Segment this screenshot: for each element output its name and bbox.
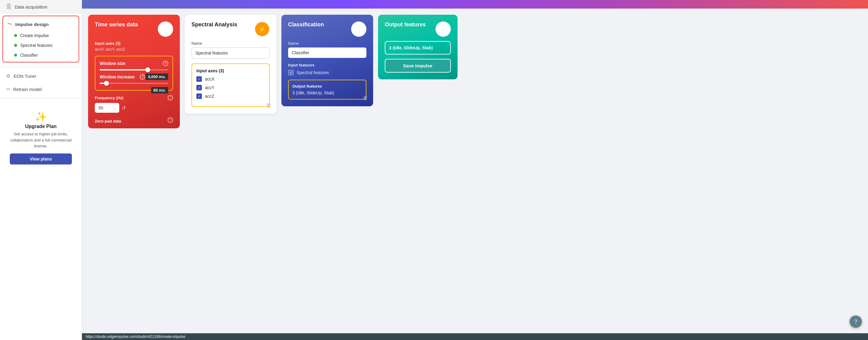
upgrade-desc: Get access to higher job limits, collabo… (10, 131, 72, 149)
window-size-slider-fill (100, 69, 148, 70)
output-value: 3 (Idle, SlideUp, Stab) (389, 45, 433, 50)
accz-label: accZ (205, 94, 214, 98)
output-card: Output features ✔ 3 (Idle, SlideUp, Stab… (378, 15, 458, 79)
pulse-icon: 〜 (7, 21, 12, 28)
window-size-row: Window size ? (100, 61, 168, 66)
sidebar-data-acquisition-label: Data acquisition (15, 4, 48, 9)
cards-area: Time series data 🗄 Input axes (3) accX, … (82, 8, 868, 333)
sidebar-item-eon-tuner[interactable]: ⚙ EON Tuner (0, 69, 82, 83)
accx-label: accX (205, 77, 214, 82)
sidebar-classifier-label: Classifier (20, 53, 38, 58)
spectral-title: Spectral Analysis (191, 22, 237, 28)
database-icon: 🗄 (6, 4, 11, 10)
sidebar-create-impulse-label: Create impulse (20, 33, 49, 38)
spectral-axes-label: Input axes (3) (196, 68, 265, 73)
spectral-axes-box: Input axes (3) ✓ accX ✓ accY ✓ accZ (191, 63, 270, 107)
window-increase-row: Window increase ? (100, 74, 145, 80)
upgrade-icon: ✨ (10, 111, 72, 122)
lightning-icon: ⚡ (255, 22, 269, 36)
zero-pad-row: Zero-pad data ? (95, 116, 173, 123)
window-size-help-icon[interactable]: ? (163, 61, 168, 66)
sidebar-item-impulse-design[interactable]: 〜 Impulse design (3, 18, 79, 31)
spectral-name-label: Name (191, 41, 270, 46)
window-size-label: Window size (100, 61, 125, 66)
output-icon-circle: ✔ (436, 22, 451, 37)
spectral-card-header: Spectral Analysis ⚡ (191, 22, 270, 37)
axis-accx-row: ✓ accX (196, 76, 265, 82)
database-icon-white: 🗄 (162, 26, 168, 33)
dot-icon (14, 34, 17, 37)
sidebar-impulse-section: 〜 Impulse design Create impulse Spectral… (2, 16, 79, 62)
output-title: Output features (385, 22, 426, 28)
status-url: https://studio.edgeimpulse.com/studio/42… (86, 335, 185, 339)
window-increase-slider-thumb[interactable] (104, 81, 109, 86)
sidebar: 🗄 Data acquisition 〜 Impulse design Crea… (0, 0, 82, 340)
accz-checkbox[interactable]: ✓ (196, 93, 202, 99)
classification-card-header: Classification ⚗ (288, 22, 366, 37)
accy-checkbox[interactable]: ✓ (196, 85, 202, 90)
zero-pad-label: Zero-pad data (95, 119, 121, 123)
check-icon: ✔ (440, 25, 446, 33)
upgrade-title: Upgrade Plan (10, 124, 72, 129)
accx-checkbox[interactable]: ✓ (196, 76, 202, 82)
classification-name-input[interactable] (288, 48, 366, 58)
retrain-icon: ✂ (6, 86, 10, 92)
window-increase-help-icon[interactable]: ? (140, 74, 145, 80)
input-axes-value: accX, accY, accZ (95, 47, 173, 52)
spectral-trash-icon[interactable]: 🗑 (266, 102, 272, 109)
window-increase-label: Window increase (100, 75, 134, 79)
timeseries-card-header: Time series data 🗄 (95, 22, 173, 37)
frequency-help-icon[interactable]: ? (167, 95, 173, 101)
classification-name-label: Name (288, 41, 366, 46)
sidebar-item-retrain-model[interactable]: ✂ Retrain model (0, 83, 82, 96)
dot-icon-3 (14, 54, 17, 57)
spectral-features-checkbox[interactable]: ✓ (288, 70, 293, 75)
dot-icon-2 (14, 44, 17, 47)
window-size-value: 4,000 ms. (145, 74, 168, 80)
spectral-features-checkbox-label: Spectral features (297, 70, 329, 75)
input-axes-label: Input axes (3) (95, 41, 173, 46)
save-impulse-button[interactable]: Save Impulse (385, 59, 451, 73)
classification-icon-circle: ⚗ (351, 22, 366, 37)
spectral-name-input[interactable] (191, 48, 270, 58)
sidebar-item-create-impulse[interactable]: Create impulse (3, 31, 79, 40)
sidebar-impulse-design-label: Impulse design (15, 22, 49, 27)
top-gradient-bar (82, 0, 868, 8)
input-features-label: Input features (288, 63, 366, 67)
frequency-input-row: ↺ (95, 103, 173, 113)
refresh-icon[interactable]: ↺ (122, 105, 126, 111)
axis-accz-row: ✓ accZ (196, 93, 265, 99)
sidebar-divider (0, 67, 82, 67)
sidebar-spectral-features-label: Spectral features (20, 43, 53, 48)
timeseries-card: Time series data 🗄 Input axes (3) accX, … (88, 15, 180, 128)
frequency-label: Frequency (Hz) (95, 95, 124, 100)
classification-title: Classification (288, 22, 324, 28)
classification-output-box: Output features 3 (Idle, SlideUp, Stab) (288, 80, 366, 100)
main-content: Time series data 🗄 Input axes (3) accX, … (82, 0, 868, 340)
spectral-card: Spectral Analysis ⚡ Name Input axes (3) … (185, 15, 277, 114)
window-size-slider-thumb[interactable] (145, 67, 150, 72)
frequency-input[interactable] (95, 103, 119, 113)
window-increase-slider-track (100, 83, 168, 84)
zero-pad-help-icon[interactable]: ? (167, 117, 173, 123)
classification-card: Classification ⚗ Name Input features ✓ S… (281, 15, 373, 106)
window-size-slider-track (100, 69, 168, 70)
sidebar-eon-label: EON Tuner (13, 74, 36, 79)
spectral-icon-circle: ⚡ (254, 22, 270, 37)
timeseries-title: Time series data (95, 22, 138, 28)
sidebar-item-classifier[interactable]: Classifier (3, 50, 79, 60)
timeseries-icon-circle: 🗄 (158, 22, 173, 37)
sidebar-item-data-acquisition[interactable]: 🗄 Data acquisition (0, 0, 82, 14)
output-value-box: 3 (Idle, SlideUp, Stab) (385, 41, 451, 55)
classification-output-title: Output features (292, 84, 362, 88)
flask-icon: ⚗ (356, 25, 362, 33)
accy-label: accY (205, 85, 214, 90)
help-bubble[interactable]: ? (850, 315, 862, 328)
frequency-row: Frequency (Hz) ? (95, 95, 173, 101)
sidebar-item-spectral-features[interactable]: Spectral features (3, 40, 79, 50)
output-card-header: Output features ✔ (385, 22, 451, 37)
view-plans-button[interactable]: View plans (10, 153, 72, 165)
window-increase-value: 80 ms. (151, 87, 168, 93)
classification-output-value: 3 (Idle, SlideUp, Stab) (292, 90, 362, 95)
classification-trash-icon[interactable]: 🗑 (363, 95, 368, 102)
